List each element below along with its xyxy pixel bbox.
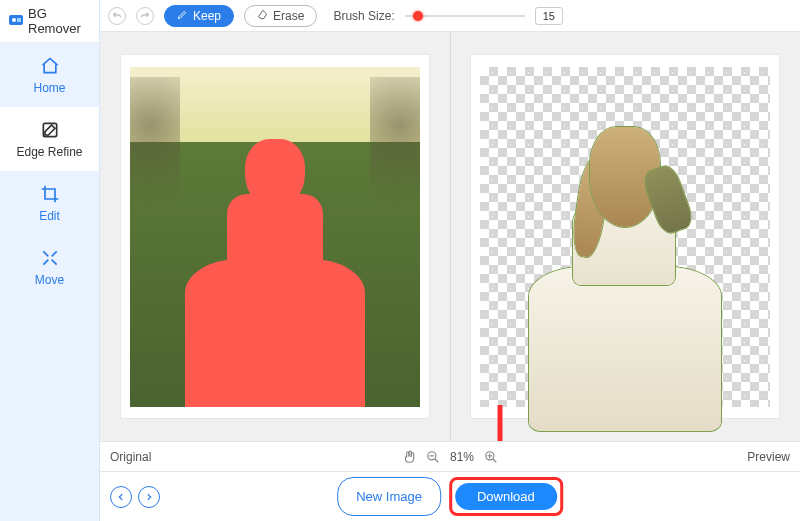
brush-size-label: Brush Size: bbox=[333, 9, 394, 23]
preview-label: Preview bbox=[747, 450, 790, 464]
slider-thumb[interactable] bbox=[413, 11, 423, 21]
original-image-card[interactable] bbox=[120, 54, 430, 419]
brush-size-slider[interactable] bbox=[405, 9, 525, 23]
sidebar-item-home[interactable]: Home bbox=[0, 43, 99, 107]
crop-icon bbox=[39, 183, 61, 205]
brush-size-value: 15 bbox=[535, 7, 563, 25]
original-label: Original bbox=[110, 450, 151, 464]
original-image bbox=[130, 67, 420, 407]
brush-keep-icon bbox=[177, 9, 188, 23]
brand-title: BG Remover bbox=[28, 6, 91, 36]
zoom-out-icon[interactable] bbox=[426, 450, 440, 464]
move-icon bbox=[39, 247, 61, 269]
toolbar: Keep Erase Brush Size: 15 bbox=[100, 0, 800, 32]
download-button[interactable]: Download bbox=[455, 483, 557, 510]
slider-track bbox=[405, 15, 525, 17]
zoom-controls: 81% bbox=[402, 450, 498, 464]
svg-rect-2 bbox=[17, 18, 21, 22]
redo-button[interactable] bbox=[136, 7, 154, 25]
main-area: Keep Erase Brush Size: 15 bbox=[100, 0, 800, 521]
sidebar-item-label: Edit bbox=[39, 209, 60, 223]
keep-mask-overlay bbox=[185, 139, 365, 407]
sidebar: BG Remover Home Edge Refine Edit Move bbox=[0, 0, 100, 521]
preview-pane bbox=[450, 32, 801, 441]
canvas-area bbox=[100, 32, 800, 441]
sidebar-item-label: Home bbox=[33, 81, 65, 95]
edge-refine-icon bbox=[39, 119, 61, 141]
transparent-background bbox=[480, 67, 770, 407]
keep-label: Keep bbox=[193, 9, 221, 23]
sidebar-item-edit[interactable]: Edit bbox=[0, 171, 99, 235]
annotation-highlight-box: Download bbox=[449, 477, 563, 516]
eraser-icon bbox=[257, 9, 268, 23]
erase-button[interactable]: Erase bbox=[244, 5, 317, 27]
status-bar: Original 81% Preview bbox=[100, 441, 800, 471]
svg-line-12 bbox=[493, 458, 497, 462]
keep-button[interactable]: Keep bbox=[164, 5, 234, 27]
original-pane bbox=[100, 32, 450, 441]
bottom-bar: New Image Download bbox=[100, 471, 800, 521]
preview-image-card[interactable] bbox=[470, 54, 780, 419]
undo-button[interactable] bbox=[108, 7, 126, 25]
next-button[interactable] bbox=[138, 486, 160, 508]
sidebar-item-edge-refine[interactable]: Edge Refine bbox=[0, 107, 99, 171]
svg-line-8 bbox=[435, 458, 439, 462]
new-image-button[interactable]: New Image bbox=[337, 477, 441, 516]
brand: BG Remover bbox=[0, 0, 99, 43]
tree-decor bbox=[370, 77, 420, 237]
pan-hand-icon[interactable] bbox=[402, 450, 416, 464]
sidebar-item-label: Edge Refine bbox=[16, 145, 82, 159]
zoom-in-icon[interactable] bbox=[484, 450, 498, 464]
sidebar-item-label: Move bbox=[35, 273, 64, 287]
cta-group: New Image Download bbox=[337, 477, 563, 516]
svg-point-1 bbox=[12, 18, 16, 22]
cutout-subject bbox=[525, 127, 725, 427]
home-icon bbox=[39, 55, 61, 77]
prev-button[interactable] bbox=[110, 486, 132, 508]
tree-decor bbox=[130, 77, 180, 237]
zoom-value: 81% bbox=[450, 450, 474, 464]
sidebar-item-move[interactable]: Move bbox=[0, 235, 99, 299]
erase-label: Erase bbox=[273, 9, 304, 23]
brand-logo-icon bbox=[8, 12, 24, 31]
